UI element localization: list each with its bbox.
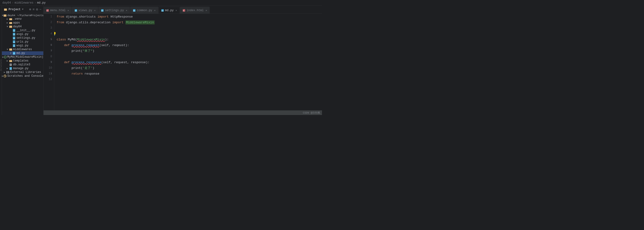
string-2: '走了'	[82, 66, 92, 70]
sidebar-item-wsgi[interactable]: py wsgi.py	[2, 44, 43, 47]
svg-text:py: py	[13, 33, 15, 35]
paren-open-5: (	[75, 38, 77, 41]
sidebar-title: Project ▼	[4, 8, 23, 11]
code-line-2: from django.utils.deprecation import Mid…	[57, 19, 322, 25]
line-num-3: 3	[44, 25, 54, 31]
code-line-6: def process_request(self, reqeust):	[57, 42, 322, 48]
sidebar-item-mymd-class[interactable]: ▶ C MyMd(MiddlewareMixin)	[2, 55, 43, 59]
sidebar-label-venv: .venv	[13, 17, 22, 21]
sidebar-item-day04-root[interactable]: ▼ day04 ~/PycharmProjects/5x_d...	[2, 14, 43, 17]
gutter-line-9: ▼ 9	[44, 59, 54, 65]
tab-close-index-html[interactable]: ✕	[206, 9, 207, 12]
code-line-3	[57, 25, 322, 31]
gutter-line-12: 12	[44, 76, 54, 82]
tab-close-settings-py[interactable]: ✕	[126, 9, 127, 12]
py-file-icon: py	[12, 32, 16, 36]
code-line-12	[57, 76, 322, 82]
mixin-ref: MiddlewareMixin	[77, 38, 105, 41]
tab-close-views-py[interactable]: ✕	[94, 9, 96, 12]
param-self-2: self	[103, 61, 110, 64]
code-content[interactable]: from django.shortcuts import HttpRespons…	[54, 14, 322, 110]
tab-index-html[interactable]: H index.html ✕	[180, 7, 210, 14]
scratches-icon	[3, 74, 7, 78]
bulb-icon[interactable]: 💡	[54, 32, 56, 36]
tab-close-common-py[interactable]: ✕	[154, 9, 156, 12]
line-num-10: 10	[44, 65, 54, 71]
line-num-9: 9	[44, 59, 54, 65]
sidebar-item-settings-py[interactable]: py settings.py	[2, 36, 43, 40]
sidebar-label-mymd: MyMd(MiddlewareMixin)	[8, 55, 43, 59]
sidebar-item-day04-folder[interactable]: ▼ day04	[2, 25, 43, 28]
svg-text:py: py	[133, 10, 135, 12]
gutter-line-6: ▼ 6	[44, 42, 54, 48]
sidebar-label-apps: apps	[13, 21, 20, 24]
code-line-5: class MyMd(MiddlewareMixin):	[57, 37, 322, 42]
close-sidebar-icon[interactable]: −	[40, 7, 42, 11]
sidebar-toolbar: ⊕ ≡ ⚙ −	[29, 7, 42, 11]
param-request: request	[114, 61, 127, 64]
sidebar-item-templates[interactable]: ▶ templates	[2, 59, 43, 63]
collapse-icon[interactable]: ≡	[32, 7, 34, 11]
tab-common-py[interactable]: py common.py ✕	[130, 7, 158, 14]
sidebar-item-urls[interactable]: py urls.py	[2, 40, 43, 44]
line-num-6: 6	[44, 42, 54, 48]
left-panel-strip: Structure Project	[0, 6, 2, 115]
arrow-icon: ▶	[6, 17, 9, 20]
arrow-icon: ▼	[6, 25, 9, 28]
sidebar-label-middlewares: middlewares	[13, 48, 32, 51]
arrow-icon: ▶	[6, 67, 9, 70]
svg-text:py: py	[13, 37, 15, 39]
tab-close-md-py[interactable]: ✕	[176, 9, 177, 12]
kw-from-1: from	[57, 15, 64, 18]
svg-text:py: py	[13, 30, 15, 32]
kw-from-2: from	[57, 21, 64, 24]
py-tab-icon: py	[161, 9, 164, 12]
sidebar-item-scratches[interactable]: ▶ Scratches and Consoles	[2, 74, 43, 78]
sidebar-label-scratches: Scratches and Consoles	[8, 74, 43, 78]
locate-icon[interactable]: ⊕	[29, 7, 31, 11]
breadcrumb-part-1[interactable]: day04	[2, 1, 11, 4]
arrow-icon: ▶	[6, 21, 9, 24]
line-num-11: 11	[44, 71, 54, 76]
options-icon[interactable]: ⚙	[36, 7, 38, 11]
paren-close-6: )	[126, 43, 127, 47]
module-1: django.shortcuts	[66, 15, 96, 18]
svg-rect-1	[4, 9, 7, 11]
tab-close-menu-html[interactable]: ✕	[68, 9, 69, 12]
folder-icon	[9, 59, 12, 62]
py-file-icon: py	[9, 67, 12, 70]
sidebar-item-md-py[interactable]: ▼ py md.py	[2, 51, 43, 55]
paren-9: (	[101, 61, 103, 64]
sidebar-label-templates: templates	[13, 59, 28, 62]
svg-text:C: C	[4, 56, 6, 58]
sidebar-item-venv[interactable]: ▶ .venv	[2, 17, 43, 21]
sidebar-item-external-libs[interactable]: ▶ External Libraries	[2, 70, 43, 74]
gutter-line-3: 3	[44, 25, 54, 31]
gutter-line-1: 1	[44, 14, 54, 19]
sidebar-item-db[interactable]: db.sqlite3	[2, 63, 43, 66]
sidebar-item-apps[interactable]: ▶ apps	[2, 21, 43, 25]
sidebar-item-asgi[interactable]: py asgi.py	[2, 32, 43, 36]
tab-settings-py[interactable]: py settings.py ✕	[98, 7, 130, 14]
tab-md-py[interactable]: py md.py ✕	[158, 7, 180, 14]
kw-return: return	[72, 72, 82, 76]
sidebar-item-manage[interactable]: ▶ py manage.py	[2, 66, 43, 70]
svg-text:py: py	[10, 68, 12, 70]
code-editor[interactable]: 1 2 3 4 ▼ 5 ▼ 6	[44, 14, 322, 110]
svg-text:py: py	[162, 10, 164, 12]
gutter-line-4: 4	[44, 31, 54, 37]
py-tab-icon: py	[101, 9, 104, 12]
py-tab-icon: py	[74, 9, 77, 12]
class-mymd: MyMd	[68, 38, 75, 41]
watermark-text: CSDN @尔向枫	[303, 111, 320, 115]
sidebar: Project ▼ ⊕ ≡ ⚙ − ▼ day04 ~/PycharmProje…	[2, 6, 44, 115]
sidebar-dropdown-arrow[interactable]: ▼	[22, 8, 23, 11]
line-num-4: 4	[44, 31, 54, 37]
paren-close-5: )	[105, 38, 107, 41]
sidebar-item-init[interactable]: py __init__.py	[2, 28, 43, 32]
tab-menu-html[interactable]: H menu.html ✕	[44, 7, 72, 14]
breadcrumb-part-2[interactable]: middlewares	[14, 1, 33, 4]
sidebar-label-settings: settings.py	[16, 36, 35, 40]
tab-views-py[interactable]: py views.py ✕	[72, 7, 98, 14]
sidebar-item-middlewares[interactable]: ▼ middlewares	[2, 47, 43, 51]
